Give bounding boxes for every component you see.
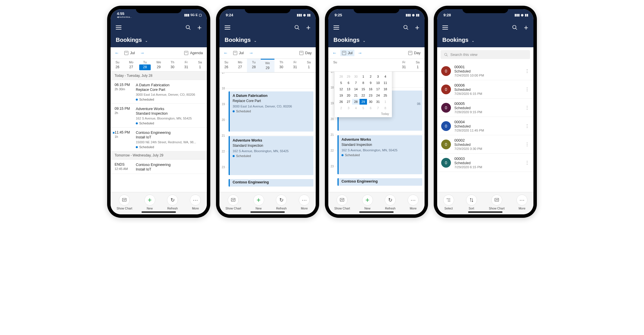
- picker-day[interactable]: 28: [337, 74, 345, 79]
- daynum[interactable]: 1: [411, 64, 425, 71]
- picker-day[interactable]: 6: [367, 105, 374, 111]
- picker-day[interactable]: 30: [352, 74, 360, 79]
- next-arrow[interactable]: →: [140, 50, 145, 56]
- view-title[interactable]: Bookings ⌄: [437, 34, 533, 47]
- search-icon[interactable]: [294, 25, 300, 30]
- agenda-item[interactable]: 06:15 PM2h 30m A Datum Fabrication Repla…: [111, 80, 207, 104]
- status-back-app[interactable]: ◀ Authentica...: [117, 16, 132, 18]
- picker-day[interactable]: 18: [382, 86, 389, 92]
- weekday[interactable]: Su: [328, 59, 342, 64]
- weekday[interactable]: We: [261, 60, 274, 65]
- view-title[interactable]: Bookings ⌄: [219, 34, 316, 47]
- daynum[interactable]: 30: [274, 64, 288, 71]
- weekday[interactable]: Mo: [124, 59, 138, 64]
- day-event[interactable]: A Datum Fabrication Replace Core Part 30…: [229, 91, 313, 132]
- picker-day[interactable]: 11: [382, 80, 389, 86]
- daynum[interactable]: 31: [179, 64, 193, 71]
- row-more-icon[interactable]: ⋯: [525, 105, 530, 110]
- daynum[interactable]: 1: [193, 64, 207, 71]
- show-chart-button[interactable]: Show Chart: [225, 195, 241, 210]
- list-item[interactable]: 000004Scheduled7/28/2020 11:45 PM⋯: [437, 117, 533, 135]
- picker-day[interactable]: 2: [367, 74, 374, 79]
- home-indicator[interactable]: [468, 211, 502, 213]
- new-button[interactable]: +New: [253, 195, 264, 210]
- show-chart-button[interactable]: Show Chart: [117, 195, 132, 210]
- weekday[interactable]: Su: [111, 59, 124, 64]
- day-grid[interactable]: 17 18 19 20 21 22 23 A Datum Fabrication…: [219, 73, 316, 192]
- weekday[interactable]: Sa: [193, 59, 207, 64]
- picker-day[interactable]: 1: [382, 99, 389, 105]
- picker-day[interactable]: 20: [345, 93, 352, 98]
- weekday[interactable]: Mo: [233, 59, 247, 64]
- prev-arrow[interactable]: ←: [115, 50, 119, 56]
- day-event[interactable]: Adventure Works Standard Inspection 162 …: [337, 135, 422, 174]
- refresh-button[interactable]: ↻Refresh: [385, 195, 396, 210]
- picker-day[interactable]: 1: [360, 74, 367, 79]
- menu-icon[interactable]: [225, 26, 230, 30]
- picker-day[interactable]: 6: [345, 80, 352, 86]
- picker-day[interactable]: 28: [352, 99, 360, 105]
- daynum[interactable]: 31: [288, 64, 302, 71]
- more-button[interactable]: ⋯More: [517, 195, 527, 210]
- daynum[interactable]: 30: [166, 64, 179, 71]
- agenda-item[interactable]: ▶ 11:45 PM1h Contoso Engineering Install…: [111, 128, 207, 151]
- picker-today-link[interactable]: Today: [337, 112, 389, 115]
- view-title[interactable]: Bookings ⌄: [111, 34, 207, 47]
- daynum[interactable]: 29: [152, 64, 166, 71]
- picker-day[interactable]: 15: [360, 86, 367, 92]
- daynum[interactable]: 29: [261, 65, 274, 72]
- search-icon[interactable]: [185, 25, 191, 30]
- picker-day[interactable]: 29: [345, 74, 352, 79]
- show-chart-button[interactable]: Show Chart: [334, 195, 350, 210]
- home-indicator[interactable]: [359, 211, 394, 213]
- row-more-icon[interactable]: ⋯: [525, 160, 530, 165]
- month-picker-button[interactable]: Jul: [231, 50, 246, 56]
- daynum[interactable]: 28: [247, 64, 261, 71]
- picker-day[interactable]: 21: [352, 93, 360, 98]
- picker-day[interactable]: 13: [345, 86, 352, 92]
- new-button[interactable]: +New: [362, 195, 373, 210]
- picker-day[interactable]: 5: [337, 80, 345, 86]
- add-icon[interactable]: +: [524, 23, 528, 32]
- list-item[interactable]: 000001Scheduled7/24/2020 10:00 PM⋯: [437, 62, 533, 80]
- menu-icon[interactable]: [333, 26, 339, 30]
- picker-day[interactable]: 3: [345, 105, 352, 111]
- show-chart-button[interactable]: Show Chart: [489, 195, 504, 210]
- view-mode-button[interactable]: Agenda: [184, 51, 203, 55]
- picker-day[interactable]: 16: [367, 86, 374, 92]
- day-event[interactable]: Adventure Works Standard Inspection 162 …: [229, 136, 313, 175]
- day-grid[interactable]: July 2020 ↑↓ SuMoTuWeThFrSa2829301234567…: [328, 72, 425, 192]
- select-button[interactable]: Select: [443, 195, 454, 210]
- add-icon[interactable]: +: [415, 23, 419, 32]
- weekday[interactable]: Fr: [288, 59, 302, 64]
- view-mode-button[interactable]: Day: [299, 51, 312, 55]
- agenda-item[interactable]: 09:15 PM2h Adventure Works Standard Insp…: [111, 104, 207, 128]
- picker-day[interactable]: 3: [374, 74, 382, 79]
- menu-icon[interactable]: [442, 26, 448, 30]
- daynum[interactable]: 1: [302, 64, 316, 71]
- picker-day[interactable]: 19: [337, 93, 345, 98]
- daynum[interactable]: 26: [111, 64, 124, 71]
- picker-day[interactable]: 17: [374, 86, 382, 92]
- row-more-icon[interactable]: ⋯: [525, 69, 530, 73]
- view-title[interactable]: Bookings ⌄: [328, 34, 425, 47]
- refresh-button[interactable]: ↻Refresh: [276, 195, 287, 210]
- row-more-icon[interactable]: ⋯: [525, 87, 530, 91]
- weekday[interactable]: Tu: [247, 59, 261, 64]
- agenda-content[interactable]: Today - Tuesday, July 28 06:15 PM2h 30m …: [111, 72, 207, 192]
- picker-day[interactable]: 23: [367, 93, 374, 98]
- row-more-icon[interactable]: ⋯: [525, 124, 530, 128]
- picker-day[interactable]: 26: [337, 99, 345, 105]
- picker-day[interactable]: 24: [374, 93, 382, 98]
- day-event[interactable]: Contoso Engineering: [337, 178, 422, 186]
- picker-day[interactable]: 14: [352, 86, 360, 92]
- more-button[interactable]: ⋯More: [299, 195, 310, 210]
- next-arrow[interactable]: →: [249, 50, 254, 56]
- list-content[interactable]: 000001Scheduled7/24/2020 10:00 PM⋯000006…: [437, 62, 533, 192]
- menu-icon[interactable]: [116, 26, 121, 30]
- picker-day[interactable]: 4: [382, 74, 389, 79]
- month-picker-button[interactable]: Jul: [340, 50, 354, 56]
- picker-day[interactable]: 8: [360, 80, 367, 86]
- more-button[interactable]: ⋯More: [408, 195, 419, 210]
- weekday[interactable]: Th: [274, 59, 288, 64]
